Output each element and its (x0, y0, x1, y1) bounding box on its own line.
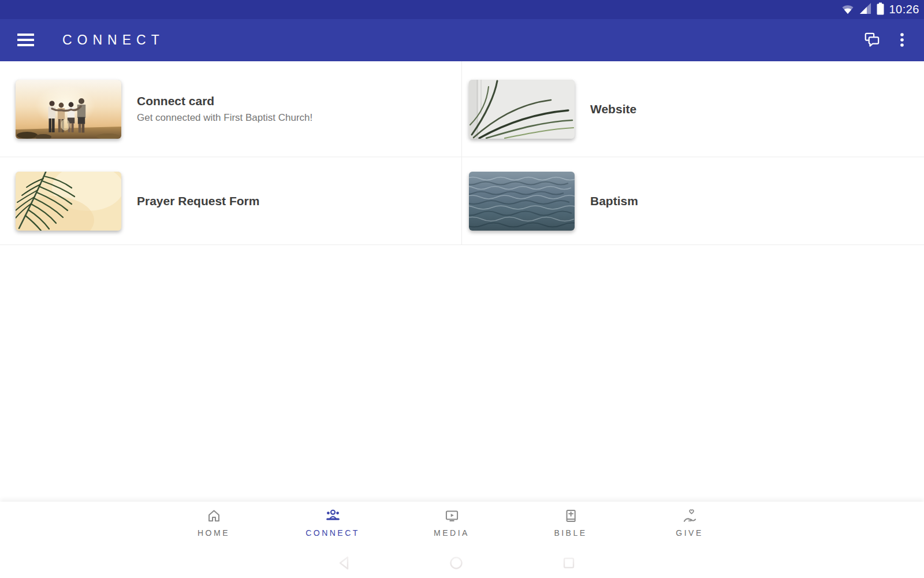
ocean-water-photo (469, 172, 575, 231)
tab-home[interactable]: HOME (154, 502, 273, 548)
system-navigation (0, 548, 924, 578)
item-title: Baptism (590, 194, 638, 208)
palm-frond-photo (16, 172, 121, 231)
item-title: Website (590, 102, 636, 116)
list-item-text: Prayer Request Form (137, 194, 259, 208)
friends-sunset-photo (16, 80, 121, 139)
tab-label: MEDIA (434, 528, 470, 538)
hamburger-menu-icon[interactable] (17, 31, 34, 49)
tab-label: CONNECT (305, 528, 360, 538)
list-item-connect-card[interactable]: Connect card Get connected with First Ba… (0, 61, 462, 157)
list-item-text: Connect card Get connected with First Ba… (137, 94, 312, 124)
forum-chat-icon[interactable] (863, 31, 881, 50)
groups-icon (325, 508, 341, 525)
item-subtitle: Get connected with First Baptist Church! (137, 112, 312, 124)
bible-book-icon (563, 508, 579, 525)
tab-label: HOME (198, 528, 230, 538)
tab-label: GIVE (676, 528, 703, 538)
item-title: Prayer Request Form (137, 194, 259, 208)
app-bar: CONNECT (0, 19, 924, 61)
plant-leaves-photo (469, 80, 575, 139)
home-circle-icon[interactable] (446, 553, 467, 573)
list-item-website[interactable]: Website (462, 61, 924, 157)
tab-media[interactable]: MEDIA (392, 502, 511, 548)
tab-give[interactable]: GIVE (630, 502, 749, 548)
list-item-text: Website (590, 102, 636, 116)
page-title: CONNECT (62, 19, 165, 61)
tab-label: BIBLE (554, 528, 587, 538)
home-icon (206, 508, 222, 525)
battery-full-icon (876, 2, 885, 18)
status-clock: 10:26 (889, 3, 919, 16)
list-row: Connect card Get connected with First Ba… (0, 61, 924, 157)
list-item-text: Baptism (590, 194, 638, 208)
list-row: Prayer Request Form (0, 157, 924, 245)
list-item-prayer-request[interactable]: Prayer Request Form (0, 157, 462, 244)
tab-bible[interactable]: BIBLE (511, 502, 630, 548)
item-title: Connect card (137, 94, 312, 108)
connect-list: Connect card Get connected with First Ba… (0, 61, 924, 245)
list-item-baptism[interactable]: Baptism (462, 157, 924, 244)
app-screen: 10:26 CONNECT (0, 0, 924, 578)
recents-icon[interactable] (558, 553, 579, 573)
media-display-icon (444, 508, 460, 525)
tab-connect[interactable]: CONNECT (273, 502, 392, 548)
bottom-nav: HOME CONNECT M (0, 502, 924, 548)
back-icon[interactable] (334, 553, 355, 573)
overflow-menu-icon[interactable] (896, 31, 908, 50)
give-hand-heart-icon (682, 508, 698, 525)
wifi-icon (841, 2, 855, 18)
cell-signal-icon (859, 2, 872, 17)
status-bar: 10:26 (0, 0, 924, 19)
